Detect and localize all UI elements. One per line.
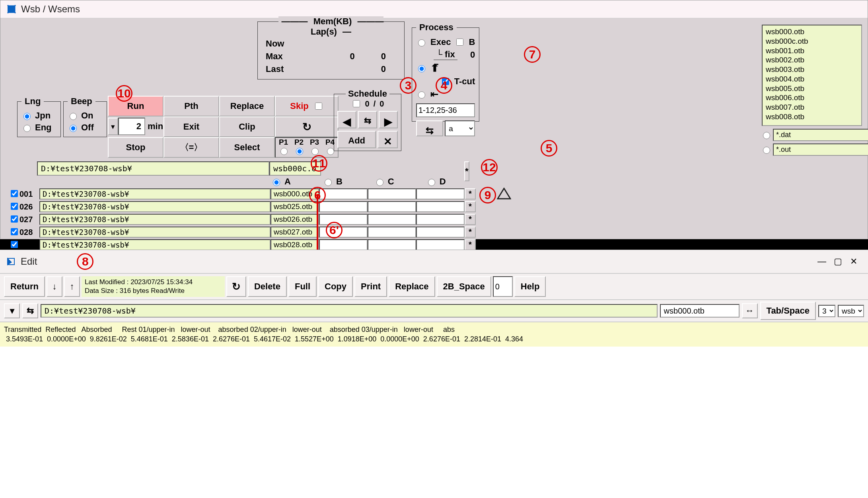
process-a-select[interactable]: a [445,120,475,136]
list-item[interactable]: wsb008.otb [766,112,858,122]
maximize-button[interactable]: ▢ [830,254,846,269]
tabspace-select[interactable]: 3 [818,305,835,317]
path-ast-button[interactable]: * [464,161,469,181]
delete-button[interactable]: Delete [248,276,287,297]
row-col-d[interactable] [416,227,465,238]
edit-file-field[interactable] [660,304,740,318]
pat-out-radio[interactable] [763,147,770,154]
list-item[interactable]: wsb001.otb [766,46,858,56]
row-path-field[interactable] [39,239,271,250]
list-item[interactable]: wsb003.otb [766,65,858,74]
space2b-button[interactable]: 2B_Space [437,276,491,297]
skip-button[interactable]: Skip [275,96,339,116]
row-col-b[interactable] [319,201,368,212]
process-top-radio[interactable] [418,65,425,72]
help-button[interactable]: Help [514,276,546,297]
col-d-radio[interactable]: D [426,176,446,187]
close-button[interactable]: ✕ [846,254,862,269]
path-hswap-button[interactable]: ↔ [742,303,758,318]
edit-reload-button[interactable]: ↻ [226,276,246,297]
schedule-checkbox[interactable] [353,100,360,107]
list-item[interactable]: wsb000c.otb [766,37,858,46]
schedule-add-button[interactable]: Add [337,131,376,148]
list-item[interactable]: wsb004.otb [766,74,858,84]
list-item[interactable]: wsb002.otb [766,55,858,65]
wsb-select[interactable]: wsb [838,305,864,317]
row-col-d[interactable] [416,188,465,200]
stop-button[interactable]: Stop [108,137,163,158]
swap-button[interactable]: 〈=〉 [163,137,219,158]
p2-radio[interactable] [296,148,303,155]
row-checkbox[interactable] [11,190,18,197]
p4-radio[interactable] [327,148,334,155]
process-exec-radio[interactable] [418,39,425,47]
path-menu-button[interactable]: ▾ [4,303,20,318]
process-range-field[interactable] [416,103,475,117]
lng-jpn[interactable]: Jpn [21,110,56,121]
lng-eng[interactable]: Eng [21,122,56,133]
row-file-field[interactable] [271,214,319,225]
row-col-c[interactable] [368,214,416,225]
min-field[interactable] [118,118,145,135]
skip-checkbox[interactable] [315,103,322,110]
space-count-field[interactable] [493,276,513,297]
file-list[interactable]: wsb000.otb wsb000c.otb wsb001.otb wsb002… [762,25,862,126]
row-checkbox[interactable] [11,215,18,223]
row-ast-button[interactable]: * [465,239,476,250]
row-ast-button[interactable]: * [465,227,476,238]
beep-off[interactable]: Off [68,122,103,133]
col-c-radio[interactable]: C [374,176,394,187]
row-checkbox[interactable] [11,203,18,210]
row-col-c[interactable] [368,239,416,250]
tabspace-button[interactable]: Tab/Space [760,302,816,320]
path-swap-button[interactable]: ⇆ [22,303,38,318]
pat-dat-radio[interactable] [763,132,770,139]
pth-button[interactable]: Pth [163,96,219,116]
p3-radio[interactable] [311,148,319,155]
edit-data-area[interactable]: Transmitted Reflected Absorbed Rest 01/u… [0,322,868,347]
row-col-d[interactable] [416,201,465,212]
select-button[interactable]: Select [219,137,275,158]
row-path-field[interactable] [39,188,271,200]
process-rewind-radio[interactable] [418,91,425,99]
exit-button[interactable]: Exit [163,116,219,137]
row-col-c[interactable] [368,201,416,212]
schedule-prev-button[interactable]: ◀ [337,111,356,128]
row-col-b[interactable] [319,188,368,200]
row-checkbox[interactable] [11,241,18,248]
row-col-b[interactable] [319,239,368,250]
row-path-field[interactable] [39,214,271,225]
pat-out-field[interactable] [773,143,868,156]
copy-button[interactable]: Copy [318,276,353,297]
row-col-c[interactable] [368,227,416,238]
p1-radio[interactable] [280,148,288,155]
down-arrow-button[interactable]: ↓ [47,276,62,297]
schedule-delete-button[interactable]: ✕ [378,131,398,148]
row-ast-button[interactable]: * [465,188,476,200]
schedule-swap-button[interactable]: ⇆ [358,111,377,128]
reload-button[interactable]: ↻ [275,116,339,137]
beep-on[interactable]: On [68,110,103,121]
row-path-field[interactable] [39,227,271,238]
edit-replace-button[interactable]: Replace [389,276,435,297]
row-file-field[interactable] [271,239,319,250]
list-item[interactable]: wsb005.otb [766,84,858,93]
list-item[interactable]: wsb006.otb [766,93,858,103]
list-item[interactable]: wsb000.otb [766,27,858,37]
row-checkbox[interactable] [11,228,18,235]
schedule-next-button[interactable]: ▶ [379,111,398,128]
row-file-field[interactable] [271,227,319,238]
row-col-d[interactable] [416,239,465,250]
row-col-c[interactable] [368,188,416,200]
path-dir-field[interactable] [37,161,269,176]
clip-button[interactable]: Clip [219,116,275,137]
process-swap-button[interactable]: ⇆ [416,120,443,136]
col-b-radio[interactable]: B [323,176,343,187]
minimize-button[interactable]: — [814,254,830,269]
print-button[interactable]: Print [354,276,387,297]
row-ast-button[interactable]: * [465,214,476,225]
edit-path-field[interactable] [41,304,658,318]
row-col-d[interactable] [416,214,465,225]
row-path-field[interactable] [39,201,271,212]
col-a-radio[interactable]: A [271,176,291,187]
